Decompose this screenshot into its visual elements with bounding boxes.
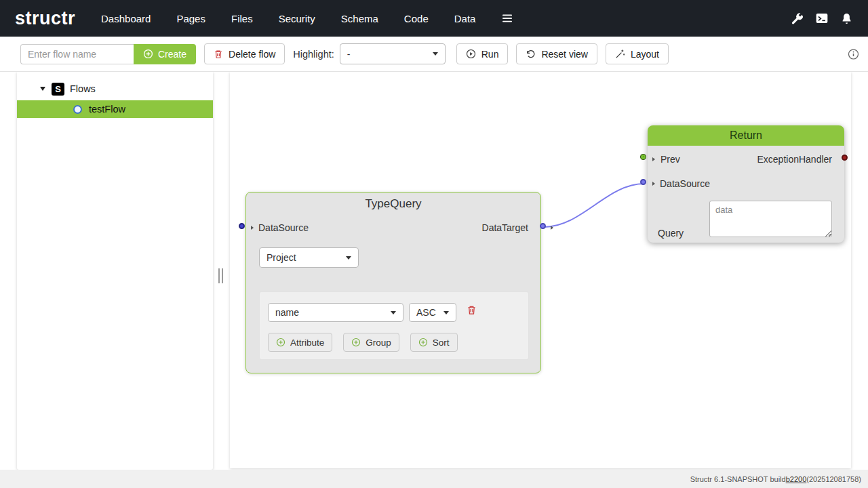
nav-dashboard[interactable]: Dashboard [101,13,151,24]
structr-flow-icon: S [52,83,64,96]
nav-pages[interactable]: Pages [176,13,205,24]
create-flow-label: Create [158,49,186,60]
typequery-datasource-port[interactable] [239,223,245,229]
add-sort-button[interactable]: Sort [410,333,458,352]
nav-code[interactable]: Code [404,13,429,24]
layout-label: Layout [631,49,659,60]
delete-flow-label: Delete flow [229,49,275,60]
build-link[interactable]: b2200 [786,475,807,483]
nav-data[interactable]: Data [454,13,476,24]
layout-button[interactable]: Layout [606,43,669,64]
highlight-label: Highlight: [293,49,334,60]
port-arrow-icon [551,226,553,230]
query-label: Query [658,228,684,239]
circle-plus-icon [276,338,285,347]
node-return[interactable]: Return Prev ExceptionHandler DataSource … [648,125,844,243]
typequery-datatarget-label: DataTarget [482,222,528,233]
tree-node-testflow[interactable]: testFlow [17,100,213,118]
sidebar-resize-handle[interactable] [218,268,223,283]
add-sort-label: Sort [433,338,450,348]
flow-name-input[interactable] [20,44,134,64]
chevron-down-icon [346,256,351,260]
tree-node-flows[interactable]: S Flows [17,80,213,98]
hamburger-menu-icon[interactable] [501,12,513,24]
create-flow-button[interactable]: Create [134,44,196,64]
return-exception-label: ExceptionHandler [757,154,832,165]
flow-item-label: testFlow [89,104,125,115]
nav-schema[interactable]: Schema [341,13,378,24]
add-attribute-button[interactable]: Attribute [268,333,332,352]
nav-security[interactable]: Security [279,13,315,24]
chevron-down-icon [443,311,449,314]
add-group-button[interactable]: Group [343,333,399,352]
nav-files[interactable]: Files [231,13,253,24]
sort-order-select[interactable]: ASC [409,303,456,322]
reset-view-button[interactable]: Reset view [516,43,597,64]
run-label: Run [481,49,499,60]
bell-icon[interactable] [840,12,853,25]
run-flow-button[interactable]: Run [456,43,509,64]
typequery-type-value: Project [267,252,296,263]
terminal-icon[interactable] [815,12,829,25]
typequery-datasource-label: DataSource [258,222,309,233]
highlight-select[interactable]: - [340,43,446,64]
wrench-icon[interactable] [791,12,804,25]
typequery-type-select[interactable]: Project [259,247,359,268]
structr-logo[interactable]: structr [15,8,75,29]
typequery-sort-panel: name ASC Attribute [259,291,529,360]
add-group-label: Group [366,338,391,348]
tree-root-label: Flows [70,83,96,94]
flow-toolbar: Create Delete flow Highlight: - Run Rese… [0,37,868,72]
node-typequery[interactable]: TypeQuery DataSource DataTarget Project … [245,192,541,373]
top-nav-bar: structr Dashboard Pages Files Security S… [0,0,868,37]
query-textarea[interactable]: data [709,201,832,237]
circle-plus-icon [143,49,153,59]
typequery-title[interactable]: TypeQuery [246,192,540,211]
chevron-down-icon [391,311,396,314]
magic-wand-icon [615,49,625,59]
main-nav: Dashboard Pages Files Security Schema Co… [101,12,513,24]
add-attribute-label: Attribute [290,338,324,348]
trash-icon [214,49,223,59]
sort-attribute-value: name [275,307,299,318]
delete-flow-button[interactable]: Delete flow [204,43,285,64]
add-button-row: Attribute Group Sort [268,333,458,352]
port-arrow-icon [652,157,655,161]
info-icon[interactable] [848,48,859,60]
play-circle-icon [466,49,476,59]
port-arrow-icon [652,182,655,186]
flows-sidebar: S Flows testFlow [17,72,213,470]
undo-icon [526,49,536,59]
return-exceptionhandler-port[interactable] [842,155,848,161]
tree-expand-icon[interactable] [40,87,45,91]
circle-plus-icon [418,338,428,347]
typequery-datatarget-port[interactable] [540,223,546,229]
return-datasource-label: DataSource [660,178,710,189]
structr-app: structr Dashboard Pages Files Security S… [0,0,868,488]
status-bar: Structr 6.1-SNAPSHOT build b2200 (202512… [0,470,868,488]
sort-order-value: ASC [416,307,436,318]
return-datasource-port[interactable] [640,179,646,185]
return-prev-label: Prev [660,154,680,165]
flow-node-icon [73,105,82,114]
version-suffix: (202512081758) [806,475,861,483]
chevron-down-icon [433,52,438,56]
circle-plus-icon [351,338,361,347]
reset-view-label: Reset view [541,49,587,60]
sort-attribute-select[interactable]: name [268,303,403,322]
version-text: Structr 6.1-SNAPSHOT build [690,475,786,483]
return-title[interactable]: Return [648,125,844,146]
return-prev-port[interactable] [641,155,646,159]
highlight-select-value: - [347,49,351,60]
header-icon-group [791,12,853,25]
port-arrow-icon [251,226,254,230]
remove-sort-trash-icon[interactable] [467,305,477,315]
